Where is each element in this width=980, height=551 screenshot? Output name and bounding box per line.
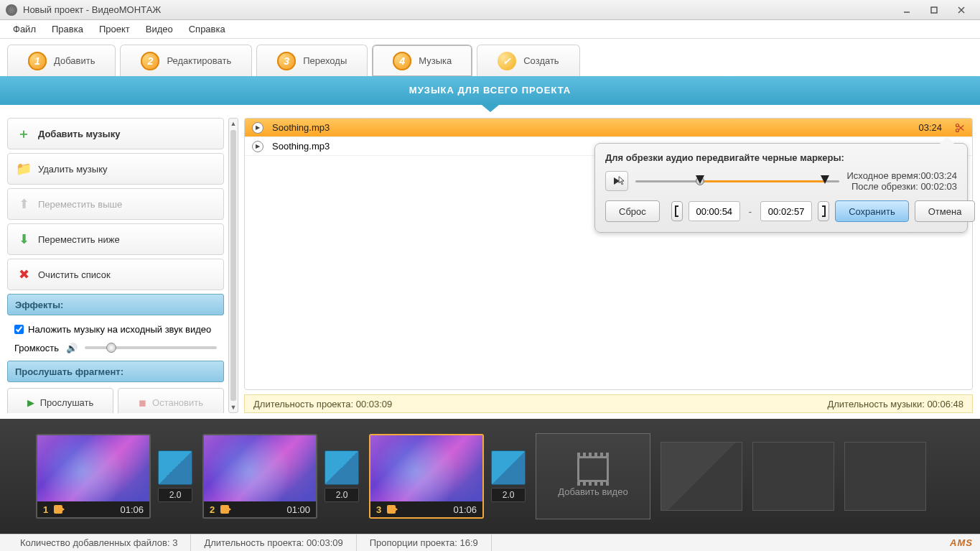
overlay-checkbox[interactable] [14,325,24,334]
clear-list-button[interactable]: ✖Очистить список [7,259,224,290]
orig-time-label: Исходное время: [846,170,920,181]
delete-music-button[interactable]: 📁Удалить музыку [7,153,224,185]
set-start-button[interactable] [671,201,683,221]
transition-slot[interactable]: 2.0 [325,450,359,502]
scroll-up-icon[interactable]: ▲ [229,119,238,129]
timeline-clip[interactable]: 301:06 [369,434,484,519]
menu-edit[interactable]: Правка [46,22,89,37]
footer-statusbar: Количество добавленных файлов: 3 Длитель… [0,534,980,551]
transition-slot[interactable]: 2.0 [491,450,526,502]
clip-index: 1 [43,504,48,515]
add-video-button[interactable]: Добавить видео [536,433,650,519]
timeline-clip[interactable]: 101:06 [36,434,151,519]
maximize-button[interactable] [921,4,947,17]
music-duration-label: Длительность музыки: 00:06:48 [827,399,963,409]
tab-label: Создать [523,55,559,66]
pencil-icon[interactable] [387,505,396,514]
menu-video[interactable]: Видео [140,22,179,37]
app-icon [6,4,17,16]
sidebar: ＋Добавить музыку 📁Удалить музыку ⬆Переме… [7,118,238,413]
x-icon: ✖ [17,267,31,282]
save-button[interactable]: Сохранить [835,200,909,222]
trim-slider[interactable] [635,174,839,188]
set-end-button[interactable] [818,201,829,221]
project-duration-label: Длительность проекта: 00:03:09 [253,399,392,409]
tab-edit[interactable]: 2Редактировать [120,45,252,76]
tab-add[interactable]: 1Добавить [7,45,116,76]
tab-transitions[interactable]: 3Переходы [256,45,368,76]
titlebar: Новый проект - ВидеоМОНТАЖ [0,0,980,20]
track-row[interactable]: ▶ Soothing.mp3 03:24 [245,119,972,137]
clip-index: 3 [376,504,381,515]
svg-line-7 [958,125,963,129]
mouse-cursor-icon [617,176,627,186]
clip-duration: 01:06 [120,504,144,515]
tab-music[interactable]: 4Музыка [372,45,472,76]
step-3-icon: 3 [277,52,296,70]
scroll-down-icon[interactable]: ▼ [229,402,238,412]
plus-icon: ＋ [17,126,31,141]
preview-play-label: Прослушать [40,397,94,408]
reset-button[interactable]: Сброс [605,200,660,222]
duration-status-bar: Длительность проекта: 00:03:09 Длительно… [244,394,973,413]
trim-popup: Для обрезки аудио передвигайте черные ма… [594,143,968,233]
step-2-icon: 2 [141,52,159,70]
trim-end-input[interactable] [760,201,812,221]
overlay-label: Наложить музыку на исходный звук видео [28,324,211,335]
preview-stop-button[interactable]: ◼Остановить [118,388,224,413]
window-title: Новый проект - ВидеоМОНТАЖ [23,4,161,15]
tab-strip: 1Добавить 2Редактировать 3Переходы 4Музы… [0,39,980,76]
after-time-label: После обрезки: [851,181,918,192]
move-up-label: Переместить выше [38,199,122,210]
volume-slider[interactable] [85,341,217,355]
tab-label: Музыка [419,55,452,66]
timeline[interactable]: 101:06 2.0 201:00 2.0 301:06 2.0 Добавит… [0,419,980,534]
menu-file[interactable]: Файл [7,22,42,37]
track-duration: 03:24 [918,122,942,133]
timeline-clip[interactable]: 201:00 [202,434,317,519]
svg-rect-1 [931,7,937,13]
scissors-icon[interactable] [955,123,965,133]
cancel-button[interactable]: Отмена [915,200,976,222]
move-down-button[interactable]: ⬇Переместить ниже [7,223,224,255]
pencil-icon[interactable] [54,505,62,514]
footer-duration: Длительность проекта: 00:03:09 [191,534,356,551]
clip-thumbnail [37,435,149,501]
pencil-icon[interactable] [220,505,229,514]
clip-duration: 01:00 [286,504,310,515]
trim-start-input[interactable] [689,201,740,221]
preview-play-button[interactable]: ▶Прослушать [7,388,113,413]
footer-aspect: Пропорции проекта: 16:9 [357,534,492,551]
add-music-button[interactable]: ＋Добавить музыку [7,118,224,149]
close-button[interactable] [948,4,974,17]
svg-line-6 [958,126,963,130]
trim-play-button[interactable] [605,171,628,191]
trim-end-marker[interactable] [821,175,829,184]
timeline-placeholder [661,442,742,511]
dash-label: - [746,206,755,217]
tab-label: Переходы [303,55,347,66]
trim-title: Для обрезки аудио передвигайте черные ма… [605,152,957,163]
speaker-icon: 🔊 [66,343,78,353]
brand-logo: AMS [950,537,973,548]
clip-index: 2 [210,504,215,515]
move-up-button[interactable]: ⬆Переместить выше [7,188,224,220]
menu-help[interactable]: Справка [183,22,231,37]
transition-duration: 2.0 [491,488,526,502]
menu-project[interactable]: Проект [93,22,136,37]
sidebar-scrollbar[interactable]: ▲ ▼ [228,118,238,413]
transition-slot[interactable]: 2.0 [158,450,192,502]
orig-time-value: 00:03:24 [920,170,957,181]
volume-label: Громкость [14,343,59,353]
play-icon[interactable]: ▶ [252,141,263,152]
play-icon[interactable]: ▶ [252,122,263,134]
track-list-panel: ▶ Soothing.mp3 03:24 ▶ Soothing.mp3 Для … [244,118,973,390]
tab-create[interactable]: ✓Создать [477,45,579,76]
minimize-button[interactable] [894,4,920,17]
move-down-label: Переместить ниже [38,234,120,245]
trim-start-marker[interactable] [696,175,704,184]
scroll-thumb[interactable] [230,130,236,401]
transition-icon [491,450,526,485]
arrow-up-icon: ⬆ [17,197,31,211]
svg-point-5 [956,129,958,131]
